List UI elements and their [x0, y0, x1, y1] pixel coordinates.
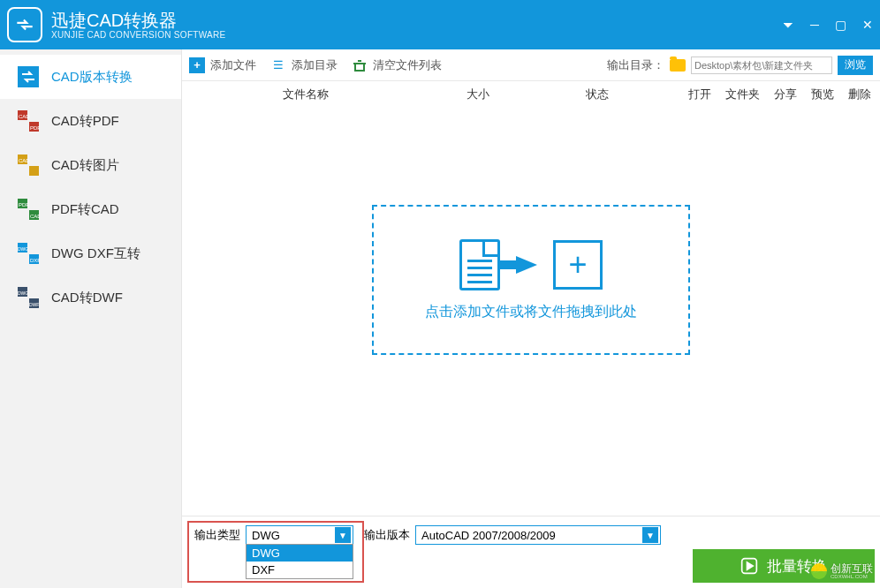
cad-pdf-icon: CADPDF: [16, 109, 41, 133]
sidebar-item-cad-pdf[interactable]: CADPDF CAD转PDF: [0, 99, 181, 143]
output-version-select[interactable]: AutoCAD 2007/2008/2009▼: [415, 525, 661, 545]
list-icon: ☰: [270, 57, 286, 73]
svg-text:CAD: CAD: [19, 158, 30, 163]
sidebar-item-cad-version[interactable]: CAD版本转换: [0, 55, 181, 99]
app-title: 迅捷CAD转换器: [51, 11, 226, 30]
app-logo: [7, 7, 42, 42]
add-dir-button[interactable]: ☰添加目录: [270, 57, 338, 73]
bottom-bar: 输出类型 DWG▼ DWG DXF 输出版本 AutoCAD 2007/2008…: [182, 516, 880, 588]
watermark: 创新互联 CDXWHL.COM: [811, 563, 873, 579]
maximize-icon[interactable]: ▢: [835, 18, 846, 32]
sidebar-item-label: PDF转CAD: [51, 201, 119, 218]
svg-text:DXF: DXF: [30, 258, 40, 263]
plus-icon: +: [189, 57, 205, 73]
col-size: 大小: [421, 87, 535, 102]
svg-rect-0: [18, 66, 39, 87]
svg-text:PDF: PDF: [30, 125, 40, 131]
pdf-cad-icon: PDFCAD: [16, 197, 41, 222]
toolbar: +添加文件 ☰添加目录 清空文件列表 输出目录： 浏览: [182, 49, 880, 81]
titlebar: 迅捷CAD转换器 XUNJIE CAD CONVERSION SOFTWARE …: [0, 0, 880, 49]
sidebar-item-label: CAD转图片: [51, 157, 119, 174]
output-version-value: AutoCAD 2007/2008/2009: [421, 529, 556, 542]
sidebar-item-cad-img[interactable]: CAD CAD转图片: [0, 143, 181, 187]
browse-button[interactable]: 浏览: [838, 56, 873, 75]
minimize-icon[interactable]: ─: [810, 18, 819, 32]
sidebar-item-cad-dwf[interactable]: DWGDWF CAD转DWF: [0, 275, 181, 320]
sidebar-item-label: CAD版本转换: [51, 69, 133, 86]
add-file-button[interactable]: +添加文件: [189, 57, 256, 73]
app-subtitle: XUNJIE CAD CONVERSION SOFTWARE: [51, 30, 226, 40]
col-delete: 删除: [848, 87, 871, 102]
add-file-label: 添加文件: [210, 57, 256, 73]
dropzone[interactable]: + 点击添加文件或将文件拖拽到此处: [372, 205, 690, 355]
svg-text:CAD: CAD: [30, 214, 40, 219]
watermark-logo: [811, 563, 827, 579]
col-filename: 文件名称: [191, 87, 421, 102]
main: +添加文件 ☰添加目录 清空文件列表 输出目录： 浏览 文件名称 大小 状态 打…: [182, 49, 880, 588]
type-option-dwg[interactable]: DWG: [247, 545, 353, 562]
dwg-dxf-icon: DWGDXF: [16, 241, 41, 266]
output-type-label: 输出类型: [194, 527, 240, 543]
plus-box-icon: +: [553, 240, 603, 290]
play-icon: [740, 557, 758, 575]
output-dir-label: 输出目录：: [607, 57, 664, 73]
dropdown-icon[interactable]: ⏷: [782, 18, 794, 32]
col-open: 打开: [688, 87, 711, 102]
sidebar-item-label: CAD转PDF: [51, 113, 119, 130]
clear-icon: [352, 57, 368, 73]
output-type-value: DWG: [252, 529, 280, 542]
col-preview: 预览: [811, 87, 834, 102]
add-dir-label: 添加目录: [292, 57, 338, 73]
output-version-label: 输出版本: [364, 527, 410, 543]
svg-text:DWG: DWG: [18, 246, 28, 252]
sidebar-item-pdf-cad[interactable]: PDFCAD PDF转CAD: [0, 187, 181, 231]
close-icon[interactable]: ✕: [862, 18, 873, 32]
col-status: 状态: [535, 87, 659, 102]
convert-icon: [16, 64, 41, 89]
column-headers: 文件名称 大小 状态 打开 文件夹 分享 预览 删除: [182, 81, 880, 108]
cad-img-icon: CAD: [16, 153, 41, 177]
clear-list-label: 清空文件列表: [373, 57, 442, 73]
sidebar-item-label: CAD转DWF: [51, 290, 123, 306]
chevron-down-icon: ▼: [335, 527, 351, 543]
type-option-dxf[interactable]: DXF: [247, 562, 353, 578]
dropzone-icons: +: [459, 239, 603, 290]
watermark-text: 创新互联: [831, 563, 873, 574]
arrow-icon: [516, 256, 537, 274]
svg-rect-6: [29, 166, 39, 176]
output-path-input[interactable]: [691, 57, 832, 74]
sidebar-item-label: DWG DXF互转: [51, 245, 140, 262]
watermark-sub: CDXWHL.COM: [831, 574, 873, 579]
svg-text:CAD: CAD: [19, 114, 30, 119]
col-share: 分享: [774, 87, 797, 102]
col-folder: 文件夹: [725, 87, 760, 102]
svg-text:DWF: DWF: [29, 302, 39, 307]
sidebar: CAD版本转换 CADPDF CAD转PDF CAD CAD转图片 PDFCAD…: [0, 49, 182, 588]
sidebar-item-dwg-dxf[interactable]: DWGDXF DWG DXF互转: [0, 231, 181, 275]
folder-icon[interactable]: [670, 59, 686, 72]
cad-dwf-icon: DWGDWF: [16, 285, 41, 310]
svg-text:PDF: PDF: [19, 202, 29, 207]
svg-rect-20: [355, 64, 364, 71]
chevron-down-icon: ▼: [642, 527, 658, 543]
clear-list-button[interactable]: 清空文件列表: [352, 57, 442, 73]
document-icon: [459, 239, 500, 290]
svg-text:DWG: DWG: [18, 290, 28, 296]
drop-text: 点击添加文件或将文件拖拽到此处: [425, 303, 637, 321]
output-type-select[interactable]: DWG▼ DWG DXF: [246, 525, 353, 545]
